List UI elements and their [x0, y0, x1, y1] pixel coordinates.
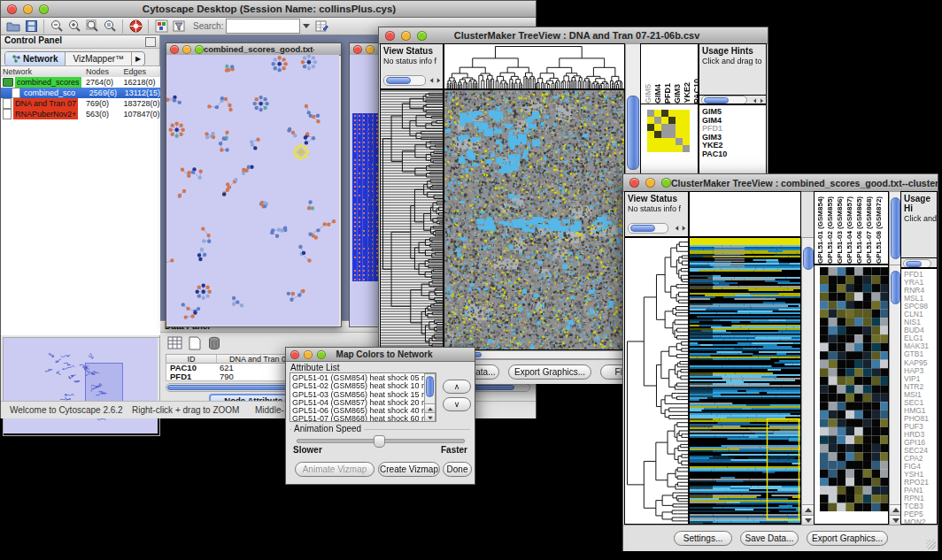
gene-label[interactable]: PAC10: [702, 150, 766, 159]
tv2-row-dendrogram-canvas[interactable]: [625, 238, 688, 524]
export-graphics-button[interactable]: Export Graphics...: [807, 531, 888, 546]
column-label[interactable]: GIM5: [644, 84, 652, 104]
zoom-fit-icon[interactable]: [83, 19, 101, 35]
close-icon[interactable]: [385, 31, 395, 41]
table-edit-icon[interactable]: [313, 19, 330, 35]
network-overview[interactable]: [3, 337, 160, 436]
filter-icon[interactable]: [170, 19, 188, 35]
attribute-select-icon[interactable]: [167, 336, 183, 352]
float-panel-icon[interactable]: [145, 37, 156, 47]
column-label[interactable]: GIM3: [673, 84, 682, 104]
tv2-gene-list[interactable]: PFD1YRA1RNR4MSL1SPC98CLN1NIS1BUD4ELG1MAK…: [900, 268, 938, 525]
col-network[interactable]: Network: [1, 66, 86, 77]
col-edges[interactable]: Edges: [123, 66, 160, 77]
scroll-arrows[interactable]: [753, 97, 764, 104]
treeview2-titlebar[interactable]: ClusterMaker TreeView : combined_scores_…: [623, 174, 938, 192]
scroll-thumb[interactable]: [906, 261, 922, 267]
close-icon[interactable]: [170, 45, 179, 54]
vscroll-thumb[interactable]: [891, 271, 900, 304]
minimize-icon[interactable]: [401, 31, 411, 41]
minimize-icon[interactable]: [645, 178, 655, 188]
tv2-heatmap-canvas[interactable]: [690, 238, 800, 524]
col-id[interactable]: ID: [166, 355, 217, 363]
slider-thumb[interactable]: [374, 435, 385, 448]
zoom-window-icon[interactable]: [417, 31, 427, 41]
vscroll-thumb[interactable]: [803, 247, 814, 270]
animate-vizmap-button[interactable]: Animate Vizmap: [295, 462, 374, 477]
close-icon[interactable]: [290, 350, 299, 359]
search-dropdown-icon[interactable]: [300, 19, 313, 35]
zoom-window-icon[interactable]: [661, 178, 671, 188]
column-label[interactable]: GIM4: [653, 84, 662, 104]
tv1-heatmap[interactable]: [444, 89, 625, 350]
network-row-selected[interactable]: combined_sco 2569(6) 13112(15): [1, 88, 160, 98]
close-icon[interactable]: [7, 4, 17, 14]
done-button[interactable]: Done: [443, 462, 472, 477]
zoom-window-icon[interactable]: [39, 4, 49, 14]
vscroll-thumb[interactable]: [891, 197, 900, 259]
network-view-canvas[interactable]: [166, 55, 339, 326]
column-label[interactable]: GPL51-01 (GSM854): [816, 196, 824, 264]
col-nodes[interactable]: Nodes: [86, 66, 124, 77]
tv1-row-dendrogram-canvas[interactable]: [381, 90, 443, 349]
scroll-thumb[interactable]: [386, 77, 411, 84]
zoom-selected-icon[interactable]: [101, 19, 119, 35]
scroll-thumb[interactable]: [630, 225, 655, 232]
view-status-scrollbar[interactable]: [383, 75, 426, 86]
attribute-item[interactable]: GPL51-07 (GSM868) heat shock 60 min: [292, 415, 436, 422]
scroll-down-button[interactable]: [425, 412, 435, 422]
minimize-icon[interactable]: [304, 350, 313, 359]
column-label[interactable]: GPL51-03 (GSM856): [836, 196, 844, 264]
tv2-detail-heatmap-canvas[interactable]: [820, 267, 889, 511]
close-icon[interactable]: [353, 45, 362, 54]
usage-hints-scrollbar[interactable]: [903, 259, 931, 268]
dialog-titlebar[interactable]: Map Colors to Network: [286, 348, 475, 362]
save-data-button[interactable]: Save Data...: [740, 531, 799, 546]
move-up-button[interactable]: ∧: [443, 380, 471, 394]
column-label[interactable]: GPL51-04 (GSM857): [845, 196, 853, 264]
vscroll-thumb[interactable]: [426, 376, 434, 397]
minimize-icon[interactable]: [23, 4, 33, 14]
tv1-heatmap-canvas[interactable]: [444, 90, 624, 349]
usage-hints-scrollbar[interactable]: [701, 96, 747, 104]
help-lifering-icon[interactable]: [127, 19, 144, 35]
network-view-titlebar[interactable]: combined_scores_good.txt--cluste...: [166, 43, 341, 56]
tv1-column-dendrogram-canvas[interactable]: [444, 44, 624, 88]
scroll-arrows[interactable]: [675, 225, 686, 232]
tab-overflow[interactable]: ▶: [132, 52, 144, 65]
resize-grip[interactable]: [926, 540, 936, 549]
tv1-column-dendrogram[interactable]: [444, 43, 625, 89]
delete-attribute-icon[interactable]: [208, 336, 221, 352]
zoom-out-icon[interactable]: [48, 19, 66, 35]
search-input[interactable]: [226, 19, 300, 34]
minimize-icon[interactable]: [182, 45, 191, 54]
vizmap-icon[interactable]: [152, 19, 170, 35]
open-file-icon[interactable]: [4, 19, 22, 35]
network-row[interactable]: DNA and Tran 07 769(0) 183728(0): [1, 98, 160, 109]
close-icon[interactable]: [629, 178, 639, 188]
scroll-arrows[interactable]: [429, 77, 441, 84]
treeview1-titlebar[interactable]: ClusterMaker TreeView : DNA and Tran 07-…: [379, 27, 768, 44]
settings-button[interactable]: Settings...: [674, 531, 732, 546]
tv1-row-dendrogram[interactable]: [380, 89, 444, 350]
animation-speed-slider[interactable]: [297, 439, 465, 443]
export-graphics-button[interactable]: Export Graphics...: [508, 364, 591, 380]
network-row[interactable]: RNAPuberNov2+ 563(0) 107847(0): [1, 109, 160, 119]
column-label[interactable]: PAC10: [692, 79, 699, 104]
tv1-correlation-matrix[interactable]: [647, 110, 690, 152]
scroll-thumb[interactable]: [704, 97, 729, 104]
zoom-in-icon[interactable]: [66, 19, 83, 35]
tab-network[interactable]: Network: [5, 52, 66, 65]
minimize-icon[interactable]: [366, 45, 374, 54]
scroll-up-button[interactable]: [802, 504, 815, 515]
column-label[interactable]: GPL51-06 (GSM865): [855, 196, 863, 264]
move-down-button[interactable]: ∨: [443, 397, 471, 411]
tv2-heatmap[interactable]: [689, 237, 801, 525]
tv2-column-tree-area[interactable]: [689, 191, 801, 237]
vscroll-thumb[interactable]: [627, 96, 639, 170]
network-overview-canvas[interactable]: [4, 338, 158, 433]
column-label[interactable]: GPL51-02 (GSM855): [826, 196, 834, 264]
zoom-window-icon[interactable]: [195, 45, 204, 54]
new-attribute-icon[interactable]: [189, 336, 202, 352]
attribute-list-scrollbar[interactable]: [424, 373, 436, 422]
